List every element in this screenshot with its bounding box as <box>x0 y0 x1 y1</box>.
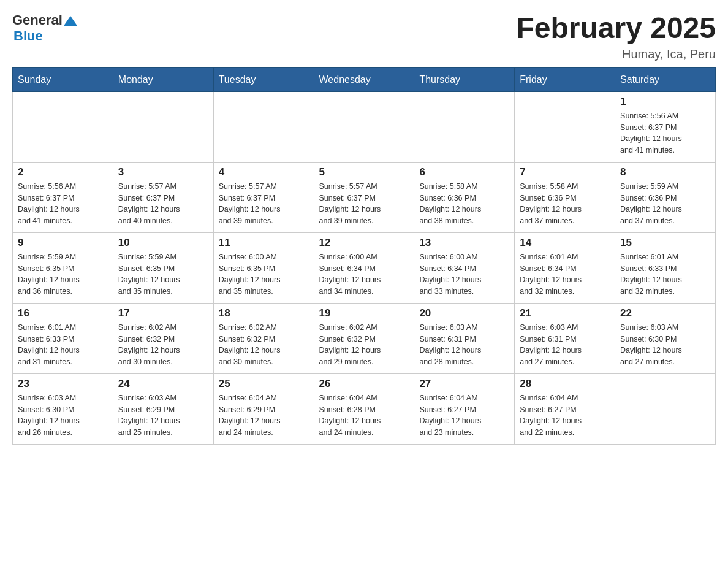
day-info: Sunrise: 5:59 AMSunset: 6:36 PMDaylight:… <box>620 181 710 227</box>
calendar-cell: 21Sunrise: 6:03 AMSunset: 6:31 PMDayligh… <box>515 303 615 373</box>
day-info: Sunrise: 5:58 AMSunset: 6:36 PMDaylight:… <box>419 181 509 227</box>
calendar-cell: 19Sunrise: 6:02 AMSunset: 6:32 PMDayligh… <box>314 303 414 373</box>
day-number: 8 <box>620 166 710 178</box>
day-header-saturday: Saturday <box>615 67 716 91</box>
month-title: February 2025 <box>516 12 716 45</box>
day-header-wednesday: Wednesday <box>314 67 414 91</box>
day-number: 5 <box>319 166 409 178</box>
calendar-cell: 15Sunrise: 6:01 AMSunset: 6:33 PMDayligh… <box>615 232 716 303</box>
day-info: Sunrise: 6:03 AMSunset: 6:31 PMDaylight:… <box>520 322 610 368</box>
calendar-cell: 25Sunrise: 6:04 AMSunset: 6:29 PMDayligh… <box>213 373 314 444</box>
day-info: Sunrise: 6:01 AMSunset: 6:33 PMDaylight:… <box>18 322 108 368</box>
day-info: Sunrise: 6:02 AMSunset: 6:32 PMDaylight:… <box>219 322 309 368</box>
calendar-cell <box>13 91 113 162</box>
calendar-cell: 11Sunrise: 6:00 AMSunset: 6:35 PMDayligh… <box>213 232 314 303</box>
day-number: 11 <box>219 237 309 249</box>
day-info: Sunrise: 6:00 AMSunset: 6:35 PMDaylight:… <box>219 251 309 297</box>
day-info: Sunrise: 6:04 AMSunset: 6:27 PMDaylight:… <box>520 393 610 439</box>
calendar-cell <box>414 91 515 162</box>
day-info: Sunrise: 6:04 AMSunset: 6:28 PMDaylight:… <box>319 393 409 439</box>
day-info: Sunrise: 6:03 AMSunset: 6:30 PMDaylight:… <box>18 393 108 439</box>
day-info: Sunrise: 6:04 AMSunset: 6:29 PMDaylight:… <box>219 393 309 439</box>
day-info: Sunrise: 6:01 AMSunset: 6:34 PMDaylight:… <box>520 251 610 297</box>
day-number: 23 <box>18 378 108 390</box>
day-number: 14 <box>520 237 610 249</box>
calendar-cell: 9Sunrise: 5:59 AMSunset: 6:35 PMDaylight… <box>13 232 113 303</box>
day-info: Sunrise: 6:04 AMSunset: 6:27 PMDaylight:… <box>419 393 509 439</box>
day-number: 3 <box>118 166 208 178</box>
calendar-cell: 23Sunrise: 6:03 AMSunset: 6:30 PMDayligh… <box>13 373 113 444</box>
calendar-cell <box>615 373 716 444</box>
calendar-cell: 28Sunrise: 6:04 AMSunset: 6:27 PMDayligh… <box>515 373 615 444</box>
calendar-cell: 7Sunrise: 5:58 AMSunset: 6:36 PMDaylight… <box>515 162 615 232</box>
day-info: Sunrise: 5:57 AMSunset: 6:37 PMDaylight:… <box>118 181 208 227</box>
day-info: Sunrise: 6:01 AMSunset: 6:33 PMDaylight:… <box>620 251 710 297</box>
day-info: Sunrise: 5:57 AMSunset: 6:37 PMDaylight:… <box>219 181 309 227</box>
day-info: Sunrise: 6:03 AMSunset: 6:29 PMDaylight:… <box>118 393 208 439</box>
calendar-cell <box>314 91 414 162</box>
logo: General Blue <box>12 12 77 44</box>
week-row-4: 16Sunrise: 6:01 AMSunset: 6:33 PMDayligh… <box>13 303 716 373</box>
day-header-sunday: Sunday <box>13 67 113 91</box>
day-info: Sunrise: 5:57 AMSunset: 6:37 PMDaylight:… <box>319 181 409 227</box>
calendar-cell <box>213 91 314 162</box>
day-info: Sunrise: 6:00 AMSunset: 6:34 PMDaylight:… <box>319 251 409 297</box>
day-info: Sunrise: 5:56 AMSunset: 6:37 PMDaylight:… <box>620 110 710 156</box>
day-info: Sunrise: 5:58 AMSunset: 6:36 PMDaylight:… <box>520 181 610 227</box>
location: Humay, Ica, Peru <box>516 47 716 61</box>
day-info: Sunrise: 5:59 AMSunset: 6:35 PMDaylight:… <box>18 251 108 297</box>
title-section: February 2025 Humay, Ica, Peru <box>516 12 716 61</box>
week-row-1: 1Sunrise: 5:56 AMSunset: 6:37 PMDaylight… <box>13 91 716 162</box>
day-number: 26 <box>319 378 409 390</box>
day-number: 13 <box>419 237 509 249</box>
day-info: Sunrise: 6:00 AMSunset: 6:34 PMDaylight:… <box>419 251 509 297</box>
day-number: 27 <box>419 378 509 390</box>
calendar-cell: 26Sunrise: 6:04 AMSunset: 6:28 PMDayligh… <box>314 373 414 444</box>
day-number: 22 <box>620 307 710 320</box>
logo-triangle-icon <box>64 14 77 28</box>
calendar-cell <box>515 91 615 162</box>
day-header-tuesday: Tuesday <box>213 67 314 91</box>
logo-blue: Blue <box>13 28 43 44</box>
day-number: 18 <box>219 307 309 320</box>
page-header: General Blue February 2025 Humay, Ica, P… <box>12 12 716 61</box>
week-row-3: 9Sunrise: 5:59 AMSunset: 6:35 PMDaylight… <box>13 232 716 303</box>
day-number: 7 <box>520 166 610 178</box>
calendar-header-row: SundayMondayTuesdayWednesdayThursdayFrid… <box>13 67 716 91</box>
calendar-cell: 20Sunrise: 6:03 AMSunset: 6:31 PMDayligh… <box>414 303 515 373</box>
calendar-cell: 5Sunrise: 5:57 AMSunset: 6:37 PMDaylight… <box>314 162 414 232</box>
day-number: 28 <box>520 378 610 390</box>
calendar-cell: 17Sunrise: 6:02 AMSunset: 6:32 PMDayligh… <box>113 303 213 373</box>
day-header-thursday: Thursday <box>414 67 515 91</box>
day-header-monday: Monday <box>113 67 213 91</box>
day-number: 20 <box>419 307 509 320</box>
calendar-cell: 8Sunrise: 5:59 AMSunset: 6:36 PMDaylight… <box>615 162 716 232</box>
calendar: SundayMondayTuesdayWednesdayThursdayFrid… <box>12 67 716 445</box>
calendar-cell: 4Sunrise: 5:57 AMSunset: 6:37 PMDaylight… <box>213 162 314 232</box>
day-number: 19 <box>319 307 409 320</box>
svg-marker-0 <box>64 16 77 26</box>
day-header-friday: Friday <box>515 67 615 91</box>
day-info: Sunrise: 6:03 AMSunset: 6:30 PMDaylight:… <box>620 322 710 368</box>
calendar-cell: 1Sunrise: 5:56 AMSunset: 6:37 PMDaylight… <box>615 91 716 162</box>
day-number: 6 <box>419 166 509 178</box>
day-number: 4 <box>219 166 309 178</box>
day-number: 16 <box>18 307 108 320</box>
day-number: 25 <box>219 378 309 390</box>
calendar-cell: 14Sunrise: 6:01 AMSunset: 6:34 PMDayligh… <box>515 232 615 303</box>
calendar-cell: 13Sunrise: 6:00 AMSunset: 6:34 PMDayligh… <box>414 232 515 303</box>
calendar-cell: 16Sunrise: 6:01 AMSunset: 6:33 PMDayligh… <box>13 303 113 373</box>
calendar-cell: 2Sunrise: 5:56 AMSunset: 6:37 PMDaylight… <box>13 162 113 232</box>
day-number: 10 <box>118 237 208 249</box>
calendar-cell: 24Sunrise: 6:03 AMSunset: 6:29 PMDayligh… <box>113 373 213 444</box>
logo-general: General <box>12 12 63 28</box>
day-number: 1 <box>620 96 710 108</box>
calendar-cell: 10Sunrise: 5:59 AMSunset: 6:35 PMDayligh… <box>113 232 213 303</box>
day-number: 17 <box>118 307 208 320</box>
day-number: 12 <box>319 237 409 249</box>
day-info: Sunrise: 6:03 AMSunset: 6:31 PMDaylight:… <box>419 322 509 368</box>
day-number: 15 <box>620 237 710 249</box>
calendar-cell: 27Sunrise: 6:04 AMSunset: 6:27 PMDayligh… <box>414 373 515 444</box>
week-row-2: 2Sunrise: 5:56 AMSunset: 6:37 PMDaylight… <box>13 162 716 232</box>
calendar-cell: 18Sunrise: 6:02 AMSunset: 6:32 PMDayligh… <box>213 303 314 373</box>
